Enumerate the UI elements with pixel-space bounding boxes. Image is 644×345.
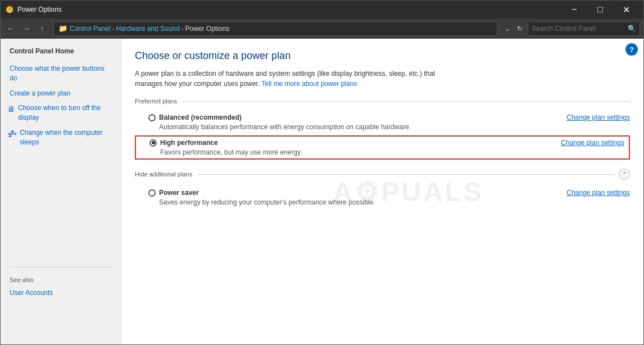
breadcrumb-sep-1: › bbox=[112, 25, 115, 32]
collapse-additional-btn[interactable]: ⌃ bbox=[619, 169, 630, 180]
preferred-plans-line bbox=[182, 101, 630, 102]
address-bar: ← → ↑ 📁 Control Panel › Hardware and Sou… bbox=[1, 19, 643, 39]
see-also-label: See also bbox=[1, 272, 121, 285]
search-box: 🔍 bbox=[528, 21, 640, 36]
high-performance-plan-desc: Favors performance, but may use more ene… bbox=[160, 148, 302, 156]
high-performance-plan-left: High performance Favors performance, but… bbox=[149, 139, 302, 156]
content-area: A⚙PUALS Choose or customize a power plan… bbox=[121, 39, 643, 344]
high-performance-change-link[interactable]: Change plan settings bbox=[561, 139, 624, 147]
balanced-plan-row: Balanced (recommended) Automatically bal… bbox=[135, 110, 630, 134]
refresh-area: ⌄ ↻ bbox=[502, 22, 525, 35]
breadcrumb-hardware-sound[interactable]: Hardware and Sound bbox=[116, 25, 179, 33]
back-button[interactable]: ← bbox=[4, 22, 17, 35]
high-performance-plan-row: High performance Favors performance, but… bbox=[135, 135, 630, 160]
monitor-icon: 🖥 bbox=[7, 104, 15, 115]
refresh-btn[interactable]: ↻ bbox=[514, 22, 525, 35]
sidebar: Control Panel Home Choose what the power… bbox=[1, 39, 121, 344]
preferred-plans-label: Preferred plans bbox=[135, 98, 177, 105]
power-options-window: Power Options − □ ✕ ← → ↑ 📁 Control Pane… bbox=[0, 0, 644, 345]
sidebar-item-turn-off-display[interactable]: 🖥 Choose when to turn off the display bbox=[1, 101, 121, 125]
window-icon bbox=[5, 5, 14, 14]
power-saver-plan-desc: Saves energy by reducing your computer's… bbox=[159, 198, 375, 206]
high-performance-name-row: High performance bbox=[149, 139, 302, 147]
window-controls: − □ ✕ bbox=[561, 1, 639, 19]
sidebar-item-choose-power-buttons[interactable]: Choose what the power buttons do bbox=[1, 61, 121, 86]
breadcrumb-power-options: Power Options bbox=[185, 25, 229, 33]
close-button[interactable]: ✕ bbox=[613, 1, 639, 19]
balanced-name-row: Balanced (recommended) bbox=[148, 114, 411, 121]
forward-button[interactable]: → bbox=[20, 22, 33, 35]
power-saver-name-row: Power saver bbox=[148, 189, 375, 197]
page-description: A power plan is a collection of hardware… bbox=[135, 69, 461, 89]
folder-icon: 📁 bbox=[58, 24, 67, 33]
sidebar-item-create-power-plan[interactable]: Create a power plan bbox=[1, 86, 121, 101]
breadcrumb-sep-2: › bbox=[182, 25, 184, 32]
search-icon: 🔍 bbox=[628, 25, 636, 33]
high-performance-radio[interactable] bbox=[149, 139, 157, 147]
high-performance-plan-name: High performance bbox=[160, 139, 218, 147]
up-button[interactable]: ↑ bbox=[35, 22, 49, 35]
sidebar-home[interactable]: Control Panel Home bbox=[1, 44, 121, 58]
breadcrumb-bar: 📁 Control Panel › Hardware and Sound › P… bbox=[53, 21, 497, 36]
additional-plans-label: Hide additional plans bbox=[135, 171, 192, 178]
sidebar-item-computer-sleeps[interactable]: 💤 Change when the computer sleeps bbox=[1, 125, 121, 150]
power-saver-radio[interactable] bbox=[148, 189, 156, 197]
power-saver-plan-name: Power saver bbox=[159, 189, 199, 197]
sidebar-user-accounts[interactable]: User Accounts bbox=[1, 285, 121, 301]
minimize-button[interactable]: − bbox=[561, 1, 587, 19]
power-saver-plan-left: Power saver Saves energy by reducing you… bbox=[148, 189, 375, 206]
page-title: Choose or customize a power plan bbox=[135, 50, 630, 62]
window-title: Power Options bbox=[17, 6, 561, 13]
content-row: Control Panel Home Choose what the power… bbox=[1, 39, 643, 344]
balanced-radio[interactable] bbox=[148, 114, 156, 121]
sleep-icon: 💤 bbox=[7, 129, 17, 140]
power-saver-change-link[interactable]: Change plan settings bbox=[566, 189, 630, 197]
balanced-plan-left: Balanced (recommended) Automatically bal… bbox=[148, 114, 411, 131]
maximize-button[interactable]: □ bbox=[587, 1, 613, 19]
additional-plans-line bbox=[197, 174, 614, 175]
more-about-power-plans-link[interactable]: Tell me more about power plans bbox=[261, 80, 357, 88]
balanced-change-link[interactable]: Change plan settings bbox=[566, 114, 630, 121]
dropdown-btn[interactable]: ⌄ bbox=[502, 22, 513, 35]
search-input[interactable] bbox=[532, 25, 628, 33]
preferred-plans-header: Preferred plans bbox=[135, 98, 630, 105]
balanced-plan-desc: Automatically balances performance with … bbox=[159, 123, 411, 131]
help-button[interactable]: ? bbox=[625, 43, 638, 56]
sidebar-divider bbox=[10, 267, 112, 267]
breadcrumb-control-panel[interactable]: Control Panel bbox=[70, 25, 111, 33]
additional-plans-header: Hide additional plans ⌃ bbox=[135, 169, 630, 180]
window-content: Control Panel Home Choose what the power… bbox=[1, 39, 643, 344]
balanced-plan-name: Balanced (recommended) bbox=[159, 114, 242, 121]
power-saver-plan-row: Power saver Saves energy by reducing you… bbox=[135, 185, 630, 210]
title-bar: Power Options − □ ✕ bbox=[1, 1, 643, 19]
